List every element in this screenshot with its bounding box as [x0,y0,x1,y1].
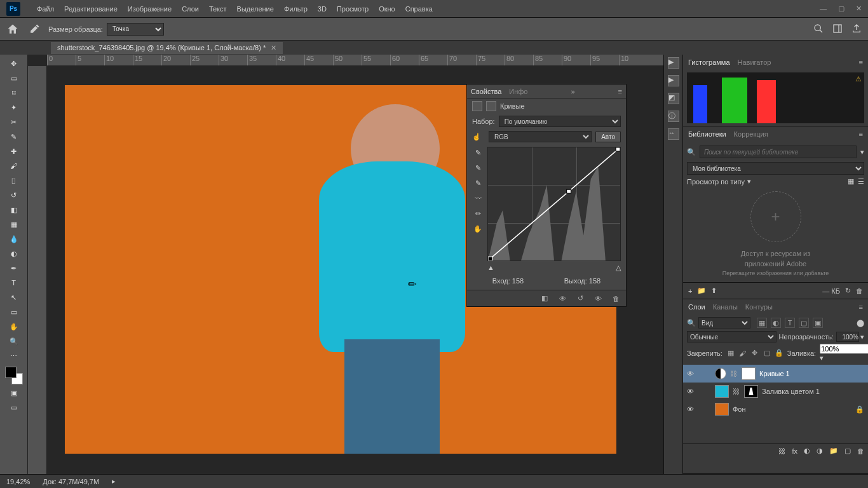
window-maximize-icon[interactable]: ▢ [838,4,844,13]
layer-name[interactable]: Заливка цветом 1 [762,388,820,395]
window-minimize-icon[interactable]: — [820,4,827,13]
lock-artboard-icon[interactable]: ▢ [763,349,771,358]
mask-icon[interactable] [486,101,496,111]
shape-tool-icon[interactable]: ▭ [7,306,21,318]
menu-help[interactable]: Справка [400,5,438,13]
tab-layers[interactable]: Слои [688,303,705,311]
list-view-icon[interactable]: ☰ [858,177,864,186]
magic-wand-tool-icon[interactable]: ✦ [7,101,21,114]
blend-mode-select[interactable]: Обычные [687,331,776,342]
sample-size-select[interactable]: Точка [107,23,164,36]
lock-position-icon[interactable]: ✥ [750,349,759,358]
tab-paths[interactable]: Контуры [745,303,773,311]
fg-color-swatch[interactable] [5,367,17,378]
type-tool-icon[interactable]: T [7,276,21,289]
eyedropper-tool-icon[interactable]: ✎ [7,130,21,143]
clip-to-layer-icon[interactable]: ◧ [539,294,550,304]
workspace-icon[interactable] [832,24,843,35]
layer-mask-thumb[interactable] [744,385,758,398]
tab-navigator[interactable]: Навигатор [738,58,771,66]
panel-menu-icon[interactable]: ≡ [859,58,863,66]
upload-icon[interactable]: ⬆ [711,287,717,295]
eraser-tool-icon[interactable]: ◧ [7,203,21,216]
grid-view-icon[interactable]: ▦ [848,177,854,186]
filter-type-icon[interactable]: T [785,318,795,328]
blur-tool-icon[interactable]: 💧 [7,233,21,245]
library-search-input[interactable] [700,146,857,158]
chevron-down-icon[interactable]: ▾ [860,148,864,156]
layer-visibility-icon[interactable]: 👁 [687,370,696,377]
tab-channels[interactable]: Каналы [713,303,738,311]
collapsed-panel-icon[interactable]: ▶ [668,57,679,69]
layer-name[interactable]: Фон [733,405,746,413]
menu-image[interactable]: Изображение [123,5,177,13]
collapsed-panel-icon[interactable]: ↔ [668,128,679,140]
reset-icon[interactable]: ↺ [575,294,585,304]
layer-mask-thumb[interactable] [742,367,756,380]
layer-name[interactable]: Кривые 1 [759,370,790,377]
menu-3d[interactable]: 3D [313,5,332,13]
target-adjust-icon[interactable]: ☝ [472,133,485,141]
stamp-tool-icon[interactable]: ⌷ [7,174,21,187]
slider-black-icon[interactable]: ▲ [487,264,494,272]
hand-tool-icon[interactable]: ✋ [7,320,21,333]
filter-shape-icon[interactable]: ▢ [799,318,809,328]
dodge-tool-icon[interactable]: ◐ [7,247,21,260]
layer-row[interactable]: 👁 Фон 🔒 [683,400,868,418]
history-brush-tool-icon[interactable]: ↺ [7,189,21,201]
menu-filter[interactable]: Фильтр [279,5,313,13]
path-select-tool-icon[interactable]: ↖ [7,291,21,304]
auto-button[interactable]: Авто [595,132,621,142]
layer-link-icon[interactable]: ⛓ [733,388,740,395]
lasso-tool-icon[interactable]: ⌑ [7,86,21,99]
menu-file[interactable]: Файл [32,5,59,13]
tab-properties[interactable]: Свойства [471,88,501,95]
window-close-icon[interactable]: ✕ [856,4,862,13]
brush-tool-icon[interactable]: 🖌 [7,159,21,172]
menu-edit[interactable]: Редактирование [59,5,123,13]
curve-smooth-icon[interactable]: 〰 [472,193,484,204]
folder-icon[interactable]: 📁 [697,287,706,295]
fill-input[interactable] [820,344,868,354]
chevron-down-icon[interactable]: ▾ [747,177,751,186]
collapsed-panel-icon[interactable]: ▶ [668,75,679,86]
eyedropper-gray-icon[interactable]: ✎ [472,162,484,173]
tab-libraries[interactable]: Библиотеки [688,130,726,138]
tab-correction[interactable]: Коррекция [734,130,768,138]
layer-lock-icon[interactable]: 🔒 [855,405,864,414]
panel-menu-icon[interactable]: ≡ [859,303,863,311]
chevron-down-icon[interactable]: ▾ [820,354,824,362]
new-group-icon[interactable]: 📁 [829,447,838,455]
trash-icon[interactable]: 🗑 [856,287,863,295]
lock-transparency-icon[interactable]: ▦ [726,349,735,358]
library-select[interactable]: Моя библиотека [687,162,864,175]
menu-type[interactable]: Текст [204,5,232,13]
toggle-visibility-icon[interactable]: 👁 [593,294,603,304]
delete-icon[interactable]: 🗑 [611,294,621,304]
collapse-icon[interactable]: » [571,88,574,95]
filter-pixel-icon[interactable]: ▦ [757,318,767,328]
curves-graph[interactable] [487,147,621,261]
lock-pixels-icon[interactable]: 🖌 [738,349,747,358]
layer-filter-kind[interactable]: Вид [698,317,750,329]
marquee-tool-icon[interactable]: ▭ [7,72,21,85]
new-adjust-icon[interactable]: ◑ [817,447,823,455]
opacity-input[interactable] [836,332,859,342]
filter-toggle-icon[interactable]: ⬤ [857,319,864,327]
sync-icon[interactable]: ↻ [845,287,851,295]
layer-link-icon[interactable]: ⛓ [730,370,738,377]
spot-heal-tool-icon[interactable]: ✚ [7,145,21,158]
zoom-readout[interactable]: 19,42% [6,478,30,485]
preset-select[interactable]: По умолчанию [499,116,621,127]
zoom-tool-icon[interactable]: 🔍 [7,335,21,348]
curve-hand-icon[interactable]: ✋ [472,223,484,234]
move-tool-icon[interactable]: ✥ [7,57,21,70]
doc-size-readout[interactable]: Док: 47,7M/49,7M [43,478,99,485]
layer-visibility-icon[interactable]: 👁 [687,388,696,395]
search-icon[interactable] [813,24,824,35]
tab-info[interactable]: Инфо [509,88,527,95]
view-previous-icon[interactable]: 👁 [557,294,567,304]
chevron-down-icon[interactable]: ▾ [860,333,864,341]
eyedropper-option-icon[interactable] [28,23,41,36]
layer-fill-thumb[interactable] [715,385,729,398]
